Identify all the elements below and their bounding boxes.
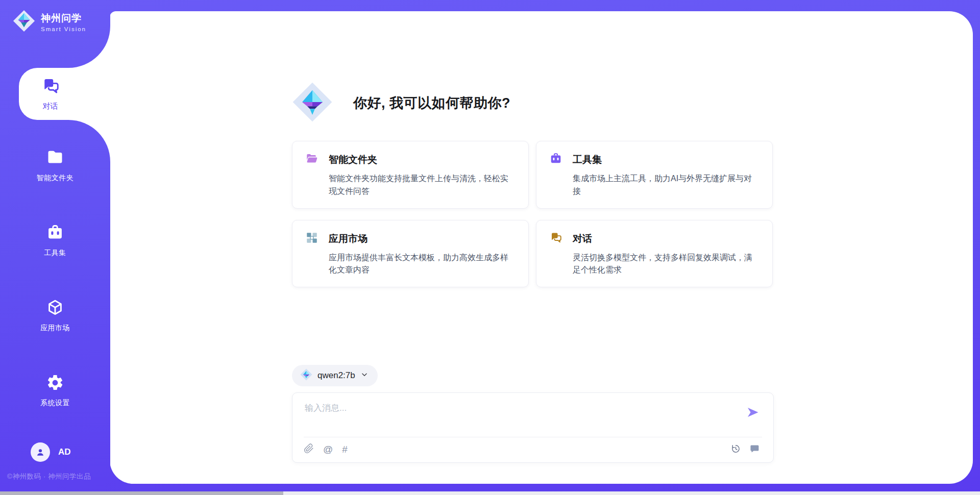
message-composer: @ # <box>292 392 774 463</box>
mention-button[interactable]: @ <box>323 444 333 455</box>
grid-icon <box>305 231 318 246</box>
history-button[interactable] <box>730 443 741 456</box>
horizontal-scrollbar[interactable] <box>0 491 980 495</box>
sidebar-item-settings[interactable]: 系统设置 <box>4 374 106 408</box>
user-initials: AD <box>58 447 71 457</box>
card-smart-folder[interactable]: 智能文件夹 智能文件夹功能支持批量文件上传与清洗，轻松实现文件问答 <box>292 141 529 209</box>
card-title: 智能文件夹 <box>329 153 377 166</box>
app-title: 神州问学 <box>41 12 86 25</box>
model-selector[interactable]: qwen2:7b <box>292 365 378 386</box>
user-profile[interactable]: AD <box>31 442 71 462</box>
scrollbar-thumb[interactable] <box>0 491 283 495</box>
toolbox-icon <box>46 224 64 244</box>
sidebar-item-apps[interactable]: 应用市场 <box>4 299 106 333</box>
greeting: 你好, 我可以如何帮助你? <box>292 82 510 125</box>
greeting-title: 你好, 我可以如何帮助你? <box>353 94 510 112</box>
card-title: 应用市场 <box>329 232 368 245</box>
chevron-down-icon <box>360 370 369 381</box>
app-logo: 神州问学 Smart Vision <box>12 9 86 35</box>
composer-divider <box>304 437 762 437</box>
chat-square-icon <box>749 443 760 456</box>
hashtag-icon: # <box>342 444 348 455</box>
logo-block: 神州问学 Smart Vision <box>0 0 110 68</box>
card-toolset[interactable]: 工具集 集成市场上主流工具，助力AI与外界无缝扩展与对接 <box>536 141 773 209</box>
feature-cards: 智能文件夹 智能文件夹功能支持批量文件上传与清洗，轻松实现文件问答 工具集 集成… <box>292 141 773 287</box>
attachment-button[interactable] <box>304 443 314 455</box>
card-description: 应用市场提供丰富长文本模板，助力高效生成多样化文章内容 <box>329 252 516 277</box>
avatar <box>31 442 50 462</box>
conversations-button[interactable] <box>749 443 760 456</box>
card-title: 工具集 <box>573 153 602 166</box>
sidebar-item-folders[interactable]: 智能文件夹 <box>4 148 106 183</box>
diamond-logo-icon <box>300 368 312 383</box>
card-app-market[interactable]: 应用市场 应用市场提供丰富长文本模板，助力高效生成多样化文章内容 <box>292 220 529 288</box>
toolbox-icon <box>549 152 562 167</box>
gear-icon <box>46 374 64 394</box>
card-chat[interactable]: 对话 灵活切换多模型文件，支持多样回复效果调试，满足个性化需求 <box>536 220 773 288</box>
sidebar: 智能文件夹 工具集 应用市场 系统设置 <box>0 120 110 495</box>
folder-open-icon <box>305 152 318 167</box>
send-icon <box>746 413 760 421</box>
chat-bubbles-icon <box>41 77 60 98</box>
card-description: 灵活切换多模型文件，支持多样回复效果调试，满足个性化需求 <box>573 252 760 277</box>
sidebar-footer: ©神州数码 · 神州问学出品 <box>7 472 91 481</box>
cube-icon <box>46 299 64 319</box>
send-button[interactable] <box>746 405 760 419</box>
main-content: 你好, 我可以如何帮助你? 智能文件夹 智能文件夹功能支持批量文件上传与清洗，轻… <box>110 11 973 484</box>
sidebar-item-label: 系统设置 <box>40 399 70 408</box>
message-input[interactable] <box>304 401 740 434</box>
model-name: qwen2:7b <box>317 370 355 381</box>
diamond-logo-icon <box>12 9 36 35</box>
diamond-logo-icon <box>292 82 333 125</box>
history-icon <box>730 443 741 456</box>
chat-bubbles-icon <box>549 231 562 246</box>
folder-icon <box>46 148 64 169</box>
sidebar-item-chat[interactable]: 对话 <box>19 68 110 120</box>
paperclip-icon <box>304 443 314 455</box>
sidebar-item-tools[interactable]: 工具集 <box>4 224 106 258</box>
sidebar-item-label: 工具集 <box>44 249 66 258</box>
sidebar-item-label: 应用市场 <box>40 324 70 333</box>
sidebar-item-label: 智能文件夹 <box>37 174 74 183</box>
hashtag-button[interactable]: # <box>342 444 348 455</box>
card-title: 对话 <box>573 232 592 245</box>
card-description: 集成市场上主流工具，助力AI与外界无缝扩展与对接 <box>573 172 760 198</box>
app-subtitle: Smart Vision <box>41 26 86 32</box>
at-icon: @ <box>323 444 333 455</box>
card-description: 智能文件夹功能支持批量文件上传与清洗，轻松实现文件问答 <box>329 172 516 198</box>
sidebar-item-label: 对话 <box>43 102 58 111</box>
